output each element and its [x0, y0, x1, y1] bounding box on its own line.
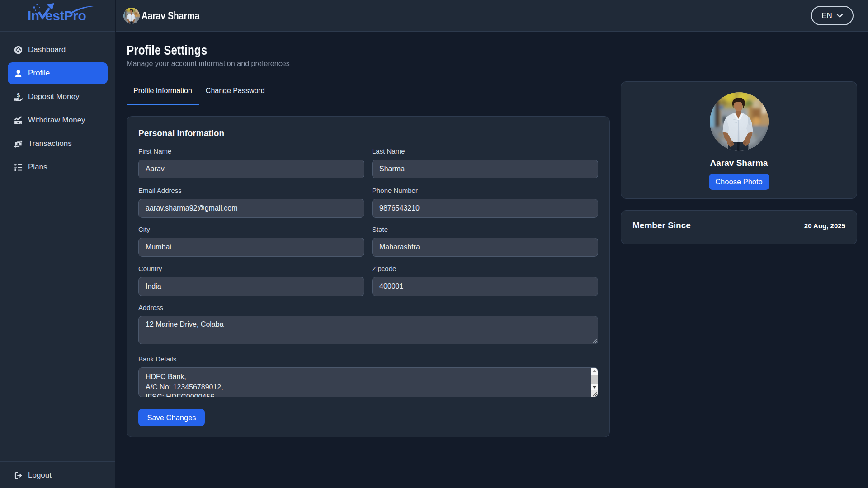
svg-text:$: $: [17, 93, 20, 99]
svg-text:In: In: [28, 8, 39, 23]
svg-text:estPro: estPro: [45, 8, 86, 23]
